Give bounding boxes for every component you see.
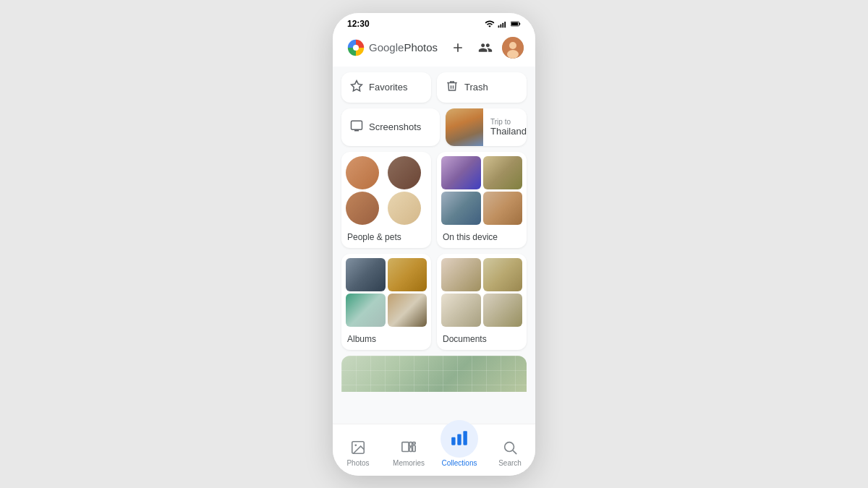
album-photo-3 — [346, 294, 386, 327]
battery-icon — [511, 19, 521, 29]
status-bar: 12:30 — [333, 13, 535, 32]
svg-rect-12 — [352, 121, 362, 129]
plus-icon — [451, 40, 465, 55]
person-1 — [346, 156, 379, 189]
person-4-dog — [388, 192, 421, 225]
memories-nav-label: Memories — [393, 459, 425, 467]
quick-row-1: Favorites Trash — [341, 72, 527, 103]
trip-title: Thailand — [490, 126, 527, 137]
section-row-2: Albums Documents — [341, 254, 527, 350]
nav-search[interactable]: Search — [485, 437, 535, 467]
people-card[interactable]: People & pets — [341, 152, 431, 248]
album-photo-2 — [388, 258, 427, 291]
add-button[interactable] — [447, 37, 469, 59]
svg-point-9 — [509, 42, 516, 49]
svg-rect-18 — [409, 442, 412, 446]
avatar[interactable] — [502, 37, 524, 59]
svg-rect-1 — [501, 24, 502, 27]
search-nav-label: Search — [498, 459, 522, 467]
device-grid — [437, 152, 527, 229]
documents-card[interactable]: Documents — [437, 254, 527, 350]
device-photo-1 — [441, 156, 481, 189]
trip-info: Trip to Thailand — [483, 118, 527, 137]
trash-label: Trash — [464, 82, 488, 93]
google-photos-logo: GooglePhotos — [344, 36, 438, 59]
screenshot-icon — [350, 119, 363, 135]
svg-point-25 — [505, 442, 514, 451]
section-row-1: People & pets On this device — [341, 152, 527, 248]
collections-nav-icon — [450, 429, 469, 448]
person-2 — [388, 156, 421, 189]
svg-marker-11 — [352, 80, 362, 90]
people-icon — [478, 40, 493, 55]
svg-rect-22 — [451, 437, 455, 445]
documents-label: Documents — [437, 331, 527, 350]
search-nav-icon — [500, 437, 520, 458]
device-photo-2 — [483, 156, 523, 189]
share-people-button[interactable] — [475, 37, 496, 59]
map-partial[interactable] — [341, 356, 527, 392]
device-photo-4 — [483, 192, 523, 225]
logo-pinwheel — [344, 36, 367, 59]
device-label: On this device — [437, 229, 527, 248]
memories-nav-icon — [399, 437, 419, 458]
svg-point-16 — [354, 444, 357, 446]
doc-photo-2 — [483, 258, 523, 291]
people-grid — [341, 152, 431, 229]
trash-card[interactable]: Trash — [437, 72, 527, 103]
star-icon — [350, 80, 363, 95]
trip-subtitle: Trip to — [490, 118, 527, 126]
device-photo-3 — [441, 192, 481, 225]
favorites-label: Favorites — [369, 82, 407, 93]
svg-rect-20 — [413, 442, 416, 444]
photos-nav-icon — [348, 437, 368, 458]
svg-point-7 — [353, 45, 359, 51]
wifi-icon — [485, 19, 495, 29]
trip-card[interactable]: Trip to Thailand — [446, 108, 527, 146]
svg-point-10 — [507, 50, 519, 59]
svg-rect-21 — [413, 445, 416, 451]
quick-row-2: Screenshots Trip to Thailand — [341, 108, 527, 146]
svg-rect-2 — [502, 22, 503, 27]
main-content: Favorites Trash Screenshots — [333, 67, 535, 424]
doc-photo-1 — [441, 258, 481, 291]
status-icons — [485, 19, 521, 29]
svg-rect-0 — [498, 25, 500, 27]
album-photo-1 — [346, 258, 386, 291]
svg-rect-19 — [409, 448, 412, 452]
screenshots-label: Screenshots — [369, 121, 421, 132]
collections-circle — [441, 420, 478, 458]
bottom-nav: Photos Memories — [333, 424, 535, 476]
trash-icon — [446, 80, 459, 95]
albums-label: Albums — [341, 331, 431, 350]
doc-photo-3 — [441, 294, 481, 327]
favorites-card[interactable]: Favorites — [341, 72, 431, 103]
nav-collections[interactable]: Collections — [434, 430, 485, 467]
collections-nav-label: Collections — [442, 459, 477, 467]
nav-photos[interactable]: Photos — [333, 437, 383, 467]
device-card[interactable]: On this device — [437, 152, 527, 248]
avatar-icon — [502, 37, 524, 59]
trip-thumbnail — [446, 108, 483, 146]
logo-text: GooglePhotos — [369, 41, 438, 53]
svg-rect-24 — [463, 431, 467, 445]
people-label: People & pets — [341, 229, 431, 248]
status-time: 12:30 — [347, 19, 370, 29]
albums-card[interactable]: Albums — [341, 254, 431, 350]
nav-memories[interactable]: Memories — [383, 437, 434, 467]
svg-rect-5 — [519, 22, 520, 25]
svg-rect-3 — [504, 22, 506, 27]
albums-grid — [341, 254, 431, 331]
svg-rect-17 — [402, 442, 409, 451]
documents-grid — [437, 254, 527, 331]
svg-line-26 — [513, 450, 516, 454]
doc-photo-4 — [483, 294, 523, 327]
app-header: GooglePhotos — [333, 32, 535, 67]
person-3 — [346, 192, 379, 225]
svg-rect-6 — [511, 22, 518, 25]
screenshots-card[interactable]: Screenshots — [341, 108, 440, 146]
header-actions — [447, 37, 524, 59]
svg-rect-23 — [457, 434, 461, 445]
photos-nav-label: Photos — [346, 459, 369, 467]
album-photo-4 — [388, 294, 427, 327]
